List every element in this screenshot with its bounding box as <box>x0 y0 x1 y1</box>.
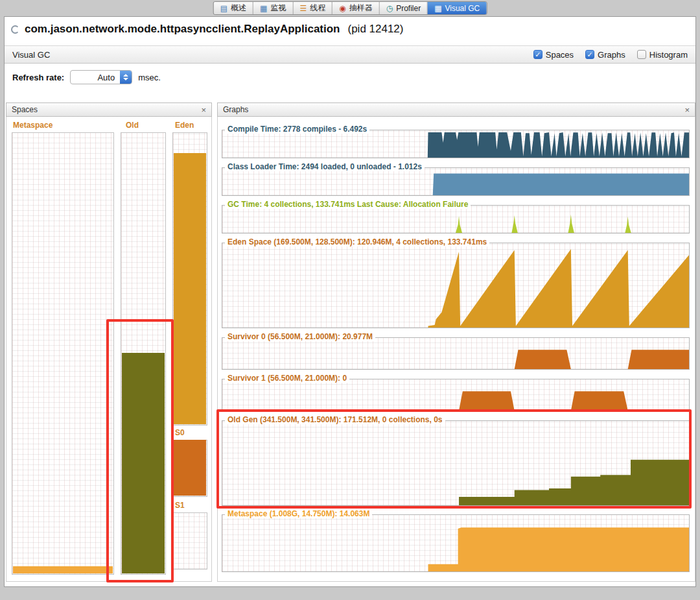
checkbox-spaces[interactable]: ✓ <box>533 50 542 59</box>
graphs-close-button[interactable]: × <box>684 105 690 115</box>
old-label: Old <box>124 121 140 130</box>
tab-profiler[interactable]: ◷Profiler <box>380 2 428 14</box>
application-window: com.jason.network.mode.httpasyncclient.R… <box>4 16 696 587</box>
graph-metaspace-graph: Metaspace (1.008G, 14.750M): 14.063M <box>222 514 690 572</box>
graphs-panel-title: Graphs <box>223 105 248 114</box>
old-space-bar <box>121 132 166 575</box>
toggle-graphs[interactable]: ✓Graphs <box>585 50 625 60</box>
graph-title-eden-space: Eden Space (169.500M, 128.500M): 120.946… <box>225 237 489 246</box>
graph-title-old-gen: Old Gen (341.500M, 341.500M): 171.512M, … <box>225 415 445 424</box>
eden-space-bar <box>172 132 207 426</box>
graph-title-compile-time: Compile Time: 2778 compiles - 6.492s <box>225 125 369 134</box>
visualgc-toolbar: Visual GC ✓Spaces✓GraphsHistogram <box>5 45 695 64</box>
graph-title-metaspace-graph: Metaspace (1.008G, 14.750M): 14.063M <box>225 509 372 518</box>
spaces-panel: Spaces × Metaspace Old Eden S0 S1 <box>6 102 212 582</box>
tab-label: 概述 <box>231 3 246 14</box>
stepper-icon[interactable] <box>120 71 132 84</box>
s0-label: S0 <box>174 428 186 437</box>
graph-survivor-0: Survivor 0 (56.500M, 21.000M): 20.977M <box>222 337 690 370</box>
visualgc-icon: ▦ <box>434 5 441 12</box>
tab-threads[interactable]: ☰线程 <box>293 2 332 14</box>
threads-icon: ☰ <box>299 5 307 12</box>
process-status-icon <box>11 25 19 34</box>
refresh-rate-row: Refresh rate: Auto msec. <box>12 70 161 84</box>
tab-label: 线程 <box>310 3 325 14</box>
graph-title-survivor-1: Survivor 1 (56.500M, 21.000M): 0 <box>225 374 349 383</box>
tab-overview[interactable]: ▤概述 <box>214 2 253 14</box>
toolbar-title: Visual GC <box>12 50 50 60</box>
page-title-pid: (pid 12412) <box>347 23 403 36</box>
page-title: com.jason.network.mode.httpasyncclient.R… <box>25 23 340 36</box>
toggle-histogram[interactable]: Histogram <box>637 50 688 60</box>
refresh-rate-label: Refresh rate: <box>12 73 64 82</box>
spaces-panel-body: Metaspace Old Eden S0 S1 <box>6 117 212 582</box>
graph-title-gc-time: GC Time: 4 collections, 133.741ms Last C… <box>225 200 471 209</box>
metaspace-label: Metaspace <box>12 121 54 130</box>
sampler-icon: ◉ <box>339 5 345 12</box>
tab-label: Visual GC <box>445 4 480 13</box>
s0-space-bar <box>172 440 207 497</box>
graph-title-survivor-0: Survivor 0 (56.500M, 21.000M): 20.977M <box>225 332 375 341</box>
tab-sampler[interactable]: ◉抽样器 <box>332 2 379 14</box>
view-toggles: ✓Spaces✓GraphsHistogram <box>533 50 688 60</box>
spaces-panel-title: Spaces <box>12 105 38 114</box>
checkbox-label: Histogram <box>649 50 688 60</box>
monitor-icon: ▦ <box>260 5 267 12</box>
title-row: com.jason.network.mode.httpasyncclient.R… <box>11 21 404 38</box>
tab-monitor[interactable]: ▦监视 <box>253 2 293 14</box>
graph-title-class-loader-time: Class Loader Time: 2494 loaded, 0 unload… <box>225 162 425 171</box>
old-fill <box>122 353 165 573</box>
graphs-panel-body: Compile Time: 2778 compiles - 6.492sClas… <box>217 117 695 582</box>
graph-eden-space: Eden Space (169.500M, 128.500M): 120.946… <box>222 243 690 328</box>
main-tabbar: ▤概述▦监视☰线程◉抽样器◷Profiler▦Visual GC <box>213 1 487 15</box>
tab-label: 监视 <box>270 3 286 14</box>
toggle-spaces[interactable]: ✓Spaces <box>533 50 574 60</box>
tab-label: 抽样器 <box>349 3 373 14</box>
spaces-panel-header: Spaces × <box>6 102 212 117</box>
spaces-close-button[interactable]: × <box>201 105 206 115</box>
refresh-rate-select[interactable]: Auto <box>70 70 132 84</box>
metaspace-space-bar <box>12 132 114 575</box>
s1-label: S1 <box>174 501 186 510</box>
eden-label: Eden <box>174 121 195 130</box>
s1-space-bar <box>172 512 207 570</box>
checkbox-histogram[interactable] <box>637 50 646 59</box>
tab-visualgc[interactable]: ▦Visual GC <box>428 2 486 14</box>
graphs-panel: Graphs × Compile Time: 2778 compiles - 6… <box>217 102 695 582</box>
eden-fill <box>174 153 206 425</box>
s0-fill <box>174 440 206 496</box>
refresh-rate-value: Auto <box>71 73 120 82</box>
tab-label: Profiler <box>396 4 421 13</box>
checkbox-label: Graphs <box>598 50 625 60</box>
graph-survivor-1: Survivor 1 (56.500M, 21.000M): 0 <box>222 379 690 411</box>
checkbox-graphs[interactable]: ✓ <box>585 50 594 59</box>
profiler-icon: ◷ <box>386 5 393 12</box>
refresh-rate-unit: msec. <box>138 73 161 82</box>
graph-compile-time: Compile Time: 2778 compiles - 6.492s <box>222 130 690 158</box>
graphs-panel-header: Graphs × <box>217 102 695 117</box>
graph-gc-time: GC Time: 4 collections, 133.741ms Last C… <box>222 205 690 234</box>
overview-icon: ▤ <box>220 5 228 12</box>
graph-old-gen: Old Gen (341.500M, 341.500M): 171.512M, … <box>222 420 690 506</box>
checkbox-label: Spaces <box>546 50 574 60</box>
graph-class-loader-time: Class Loader Time: 2494 loaded, 0 unload… <box>222 167 690 196</box>
metaspace-fill <box>13 566 113 573</box>
